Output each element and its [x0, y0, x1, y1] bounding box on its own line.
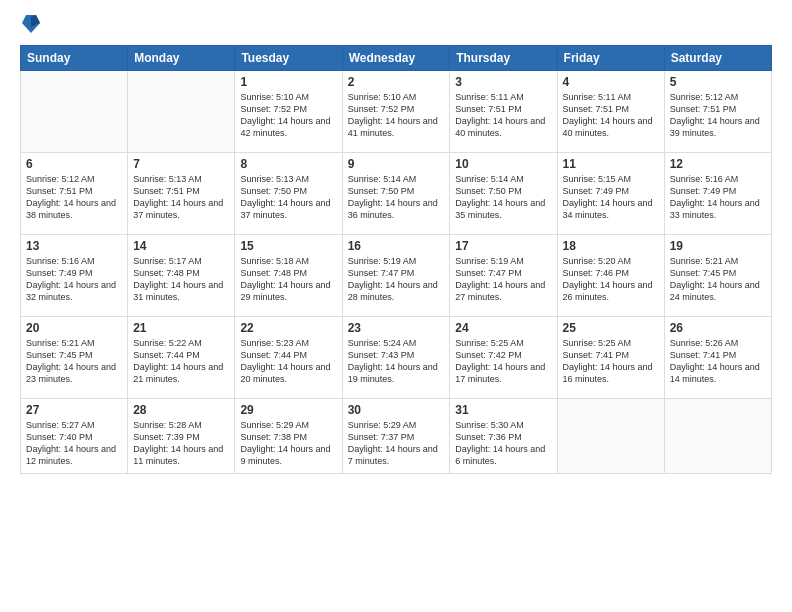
day-number: 16 [348, 239, 445, 253]
calendar-week-2: 6 Sunrise: 5:12 AMSunset: 7:51 PMDayligh… [21, 153, 772, 235]
day-number: 9 [348, 157, 445, 171]
day-number: 25 [563, 321, 659, 335]
calendar-cell: 16 Sunrise: 5:19 AMSunset: 7:47 PMDaylig… [342, 235, 450, 317]
calendar-cell: 4 Sunrise: 5:11 AMSunset: 7:51 PMDayligh… [557, 71, 664, 153]
day-info: Sunrise: 5:21 AMSunset: 7:45 PMDaylight:… [26, 337, 122, 386]
calendar-cell: 1 Sunrise: 5:10 AMSunset: 7:52 PMDayligh… [235, 71, 342, 153]
weekday-header-friday: Friday [557, 46, 664, 71]
day-info: Sunrise: 5:15 AMSunset: 7:49 PMDaylight:… [563, 173, 659, 222]
day-info: Sunrise: 5:26 AMSunset: 7:41 PMDaylight:… [670, 337, 766, 386]
day-info: Sunrise: 5:25 AMSunset: 7:41 PMDaylight:… [563, 337, 659, 386]
day-info: Sunrise: 5:11 AMSunset: 7:51 PMDaylight:… [455, 91, 551, 140]
day-info: Sunrise: 5:16 AMSunset: 7:49 PMDaylight:… [26, 255, 122, 304]
calendar-cell: 25 Sunrise: 5:25 AMSunset: 7:41 PMDaylig… [557, 317, 664, 399]
logo-icon [22, 13, 40, 35]
day-number: 6 [26, 157, 122, 171]
calendar-cell: 6 Sunrise: 5:12 AMSunset: 7:51 PMDayligh… [21, 153, 128, 235]
day-info: Sunrise: 5:20 AMSunset: 7:46 PMDaylight:… [563, 255, 659, 304]
day-info: Sunrise: 5:13 AMSunset: 7:51 PMDaylight:… [133, 173, 229, 222]
calendar-cell: 29 Sunrise: 5:29 AMSunset: 7:38 PMDaylig… [235, 399, 342, 474]
day-info: Sunrise: 5:14 AMSunset: 7:50 PMDaylight:… [348, 173, 445, 222]
day-info: Sunrise: 5:17 AMSunset: 7:48 PMDaylight:… [133, 255, 229, 304]
day-info: Sunrise: 5:25 AMSunset: 7:42 PMDaylight:… [455, 337, 551, 386]
day-number: 24 [455, 321, 551, 335]
calendar-cell [664, 399, 771, 474]
day-info: Sunrise: 5:19 AMSunset: 7:47 PMDaylight:… [455, 255, 551, 304]
day-number: 11 [563, 157, 659, 171]
calendar-table: SundayMondayTuesdayWednesdayThursdayFrid… [20, 45, 772, 474]
day-number: 27 [26, 403, 122, 417]
day-number: 4 [563, 75, 659, 89]
day-number: 14 [133, 239, 229, 253]
calendar-cell: 10 Sunrise: 5:14 AMSunset: 7:50 PMDaylig… [450, 153, 557, 235]
calendar-cell: 14 Sunrise: 5:17 AMSunset: 7:48 PMDaylig… [128, 235, 235, 317]
day-number: 10 [455, 157, 551, 171]
logo-text [20, 15, 40, 35]
calendar-cell: 13 Sunrise: 5:16 AMSunset: 7:49 PMDaylig… [21, 235, 128, 317]
day-info: Sunrise: 5:12 AMSunset: 7:51 PMDaylight:… [670, 91, 766, 140]
weekday-header-sunday: Sunday [21, 46, 128, 71]
calendar-cell: 23 Sunrise: 5:24 AMSunset: 7:43 PMDaylig… [342, 317, 450, 399]
day-number: 21 [133, 321, 229, 335]
calendar-cell: 2 Sunrise: 5:10 AMSunset: 7:52 PMDayligh… [342, 71, 450, 153]
calendar-cell: 27 Sunrise: 5:27 AMSunset: 7:40 PMDaylig… [21, 399, 128, 474]
day-number: 30 [348, 403, 445, 417]
day-number: 31 [455, 403, 551, 417]
calendar-cell: 21 Sunrise: 5:22 AMSunset: 7:44 PMDaylig… [128, 317, 235, 399]
day-number: 13 [26, 239, 122, 253]
day-info: Sunrise: 5:27 AMSunset: 7:40 PMDaylight:… [26, 419, 122, 468]
logo [20, 15, 40, 35]
day-number: 15 [240, 239, 336, 253]
day-number: 20 [26, 321, 122, 335]
calendar-cell [128, 71, 235, 153]
calendar-week-1: 1 Sunrise: 5:10 AMSunset: 7:52 PMDayligh… [21, 71, 772, 153]
day-info: Sunrise: 5:13 AMSunset: 7:50 PMDaylight:… [240, 173, 336, 222]
day-number: 1 [240, 75, 336, 89]
page-header [20, 15, 772, 35]
day-info: Sunrise: 5:24 AMSunset: 7:43 PMDaylight:… [348, 337, 445, 386]
calendar-cell: 26 Sunrise: 5:26 AMSunset: 7:41 PMDaylig… [664, 317, 771, 399]
day-info: Sunrise: 5:19 AMSunset: 7:47 PMDaylight:… [348, 255, 445, 304]
day-info: Sunrise: 5:10 AMSunset: 7:52 PMDaylight:… [348, 91, 445, 140]
day-number: 2 [348, 75, 445, 89]
day-number: 3 [455, 75, 551, 89]
day-info: Sunrise: 5:29 AMSunset: 7:38 PMDaylight:… [240, 419, 336, 468]
calendar-cell: 11 Sunrise: 5:15 AMSunset: 7:49 PMDaylig… [557, 153, 664, 235]
calendar-cell: 7 Sunrise: 5:13 AMSunset: 7:51 PMDayligh… [128, 153, 235, 235]
weekday-header-tuesday: Tuesday [235, 46, 342, 71]
day-info: Sunrise: 5:30 AMSunset: 7:36 PMDaylight:… [455, 419, 551, 468]
day-info: Sunrise: 5:14 AMSunset: 7:50 PMDaylight:… [455, 173, 551, 222]
day-info: Sunrise: 5:23 AMSunset: 7:44 PMDaylight:… [240, 337, 336, 386]
day-number: 5 [670, 75, 766, 89]
day-info: Sunrise: 5:29 AMSunset: 7:37 PMDaylight:… [348, 419, 445, 468]
calendar-week-4: 20 Sunrise: 5:21 AMSunset: 7:45 PMDaylig… [21, 317, 772, 399]
calendar-cell: 12 Sunrise: 5:16 AMSunset: 7:49 PMDaylig… [664, 153, 771, 235]
day-number: 22 [240, 321, 336, 335]
calendar-week-5: 27 Sunrise: 5:27 AMSunset: 7:40 PMDaylig… [21, 399, 772, 474]
weekday-header-thursday: Thursday [450, 46, 557, 71]
calendar-cell: 19 Sunrise: 5:21 AMSunset: 7:45 PMDaylig… [664, 235, 771, 317]
weekday-header-row: SundayMondayTuesdayWednesdayThursdayFrid… [21, 46, 772, 71]
day-number: 26 [670, 321, 766, 335]
calendar-cell: 3 Sunrise: 5:11 AMSunset: 7:51 PMDayligh… [450, 71, 557, 153]
day-number: 7 [133, 157, 229, 171]
day-number: 19 [670, 239, 766, 253]
calendar-cell: 22 Sunrise: 5:23 AMSunset: 7:44 PMDaylig… [235, 317, 342, 399]
day-number: 8 [240, 157, 336, 171]
day-info: Sunrise: 5:18 AMSunset: 7:48 PMDaylight:… [240, 255, 336, 304]
calendar-page: SundayMondayTuesdayWednesdayThursdayFrid… [0, 0, 792, 612]
day-info: Sunrise: 5:22 AMSunset: 7:44 PMDaylight:… [133, 337, 229, 386]
day-info: Sunrise: 5:16 AMSunset: 7:49 PMDaylight:… [670, 173, 766, 222]
calendar-cell: 28 Sunrise: 5:28 AMSunset: 7:39 PMDaylig… [128, 399, 235, 474]
calendar-cell: 30 Sunrise: 5:29 AMSunset: 7:37 PMDaylig… [342, 399, 450, 474]
day-info: Sunrise: 5:12 AMSunset: 7:51 PMDaylight:… [26, 173, 122, 222]
calendar-cell: 24 Sunrise: 5:25 AMSunset: 7:42 PMDaylig… [450, 317, 557, 399]
day-number: 18 [563, 239, 659, 253]
weekday-header-saturday: Saturday [664, 46, 771, 71]
day-number: 17 [455, 239, 551, 253]
weekday-header-monday: Monday [128, 46, 235, 71]
day-number: 12 [670, 157, 766, 171]
calendar-cell: 18 Sunrise: 5:20 AMSunset: 7:46 PMDaylig… [557, 235, 664, 317]
calendar-cell: 5 Sunrise: 5:12 AMSunset: 7:51 PMDayligh… [664, 71, 771, 153]
weekday-header-wednesday: Wednesday [342, 46, 450, 71]
